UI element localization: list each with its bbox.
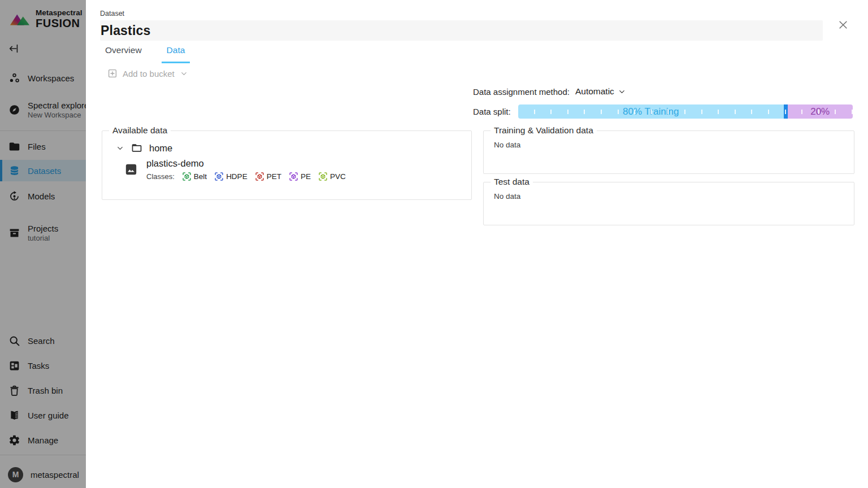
folder-open-icon [131, 142, 142, 154]
training-empty-text: No data [494, 141, 854, 149]
modal-tabs: Overview Data [100, 45, 190, 63]
class-cube-icon [289, 172, 298, 181]
dataset-item-name: plastics-demo [146, 158, 204, 168]
add-to-bucket-button[interactable]: Add to bucket [107, 68, 188, 79]
test-empty-text: No data [494, 192, 854, 201]
assignment-method-label: Data assignment method: [473, 87, 570, 97]
class-chip: PVC [319, 172, 346, 181]
dataset-title: Plastics [100, 23, 151, 38]
test-data-legend: Test data [491, 177, 533, 187]
tree-item-plastics-demo[interactable]: plastics-demo Classes: Belt [125, 158, 471, 181]
available-data-legend: Available data [109, 125, 171, 136]
tab-data[interactable]: Data [162, 45, 190, 63]
class-cube-icon [255, 172, 264, 181]
class-cube-icon [183, 172, 191, 181]
test-data-panel: Test data No data [483, 177, 854, 225]
dataset-modal: Dataset Plastics Overview Data Add to bu… [86, 0, 868, 488]
class-label: PET [267, 172, 281, 181]
data-split-row: Data split: 80% Training 20% [473, 104, 853, 119]
chevron-down-icon [618, 88, 626, 96]
class-label: HDPE [226, 172, 248, 181]
chevron-down-icon[interactable] [116, 144, 124, 152]
training-validation-panel: Training & Validation data No data [483, 125, 854, 174]
test-split-value: 20% [810, 106, 830, 117]
add-to-bucket-label: Add to bucket [123, 69, 175, 79]
data-split-slider[interactable]: 80% Training 20% [518, 104, 853, 119]
class-cube-icon [319, 172, 327, 181]
class-chip: Belt [183, 172, 207, 181]
square-plus-icon [107, 68, 118, 79]
class-cube-icon [215, 172, 223, 181]
class-label: PE [301, 172, 311, 181]
class-label: Belt [194, 172, 207, 181]
assignment-method-select[interactable]: Automatic [575, 86, 626, 97]
class-chip: PE [289, 172, 311, 181]
modal-kicker: Dataset [100, 10, 124, 18]
test-split-segment: 20% [788, 104, 853, 119]
data-split-label: Data split: [473, 107, 511, 116]
app-stage: Metaspectral FUSION Workspaces Spectral … [0, 0, 868, 488]
class-chip: HDPE [215, 172, 248, 181]
training-split-segment: 80% Training [518, 104, 784, 119]
training-validation-legend: Training & Validation data [491, 125, 597, 136]
class-label: PVC [330, 172, 346, 181]
available-data-panel: Available data home plastics-demo Classe [102, 125, 472, 200]
image-icon [125, 163, 137, 181]
tab-overview[interactable]: Overview [100, 45, 147, 63]
chevron-down-icon [180, 69, 188, 78]
classes-row: Classes: Belt HDPE [146, 172, 346, 181]
folder-name: home [149, 143, 172, 154]
class-chip: PET [255, 172, 281, 181]
classes-label: Classes: [146, 172, 175, 181]
tree-folder-home[interactable]: home [116, 142, 471, 154]
training-split-value: 80% Training [623, 106, 679, 117]
assignment-method-value: Automatic [575, 86, 614, 97]
split-slider-handle[interactable] [784, 104, 788, 119]
close-icon[interactable] [837, 19, 849, 31]
dataset-title-field[interactable]: Plastics [100, 20, 823, 41]
data-assignment-row: Data assignment method: Automatic [473, 86, 626, 97]
